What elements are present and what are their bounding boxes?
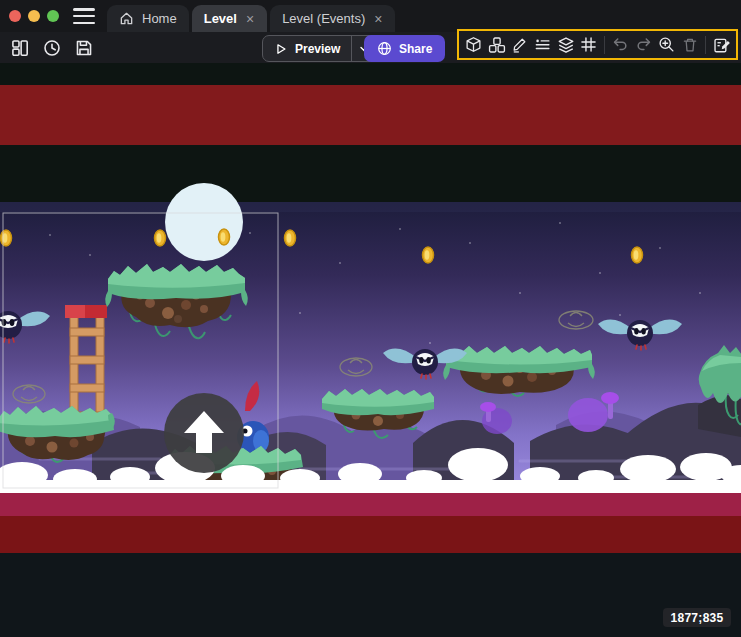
grid-icon bbox=[580, 36, 597, 53]
purple-dome[interactable] bbox=[568, 398, 608, 432]
globe-icon bbox=[377, 41, 392, 56]
undo-button[interactable] bbox=[610, 34, 631, 56]
play-icon bbox=[274, 42, 288, 56]
hamburger-menu-icon[interactable] bbox=[73, 8, 95, 24]
pencil-icon bbox=[511, 36, 528, 53]
redo-button[interactable] bbox=[633, 34, 654, 56]
share-label: Share bbox=[399, 42, 432, 56]
coin bbox=[632, 247, 643, 263]
red-band-bottom[interactable] bbox=[0, 516, 741, 553]
save-floppy-icon bbox=[75, 39, 93, 57]
dark-band-2[interactable] bbox=[0, 145, 741, 202]
preview-button[interactable]: Preview bbox=[263, 36, 351, 61]
edit-button[interactable] bbox=[509, 34, 530, 56]
instances-list-button[interactable] bbox=[532, 34, 553, 56]
home-icon bbox=[119, 11, 134, 26]
instances-list-icon bbox=[534, 36, 551, 53]
history-clock-icon bbox=[43, 39, 61, 57]
tab-label: Level bbox=[204, 11, 237, 26]
scene-svg bbox=[0, 63, 741, 553]
app-window: { "window": { "controls": {"close": "clo… bbox=[0, 0, 741, 637]
tab-level[interactable]: Level × bbox=[192, 5, 267, 32]
object-groups-icon bbox=[488, 36, 506, 54]
maximize-window-button[interactable] bbox=[47, 10, 59, 22]
tab-level-events[interactable]: Level (Events) × bbox=[270, 5, 395, 32]
coin bbox=[285, 230, 296, 246]
close-tab-icon[interactable]: × bbox=[373, 12, 383, 26]
coin bbox=[219, 229, 230, 245]
close-window-button[interactable] bbox=[9, 10, 21, 22]
title-bar: Home Level × Level (Events) × bbox=[0, 0, 741, 32]
coin bbox=[155, 230, 166, 246]
redo-icon bbox=[635, 36, 652, 53]
scene-properties-button[interactable] bbox=[711, 34, 732, 56]
share-button[interactable]: Share bbox=[364, 35, 445, 62]
moon[interactable] bbox=[165, 183, 243, 261]
red-band-top[interactable] bbox=[0, 85, 741, 145]
coin bbox=[1, 230, 12, 246]
coin bbox=[423, 247, 434, 263]
jump-button-overlay[interactable] bbox=[164, 393, 244, 473]
dark-band-top[interactable] bbox=[0, 63, 741, 85]
toolbar-divider bbox=[705, 36, 706, 54]
toolbar-left-group bbox=[8, 32, 96, 63]
tab-home[interactable]: Home bbox=[107, 5, 189, 32]
3d-object-button[interactable] bbox=[463, 34, 484, 56]
sky-texture-strip bbox=[0, 202, 741, 212]
bottom-bar: 1877;835 bbox=[0, 553, 741, 637]
layers-icon bbox=[557, 36, 575, 54]
crimson-band[interactable] bbox=[0, 492, 741, 516]
grid-button[interactable] bbox=[578, 34, 599, 56]
scene-tools-highlight-box bbox=[457, 29, 738, 60]
zoom-in-button[interactable] bbox=[656, 34, 677, 56]
layers-button[interactable] bbox=[555, 34, 576, 56]
edit-properties-icon bbox=[713, 36, 731, 54]
save-button[interactable] bbox=[72, 36, 96, 60]
window-controls bbox=[9, 10, 59, 22]
scene-editor-canvas[interactable] bbox=[0, 63, 741, 553]
project-manager-icon bbox=[11, 39, 29, 57]
tab-bar: Home Level × Level (Events) × bbox=[107, 0, 395, 32]
close-tab-icon[interactable]: × bbox=[245, 12, 255, 26]
3d-box-icon bbox=[465, 36, 482, 53]
zoom-in-icon bbox=[658, 36, 675, 53]
delete-button[interactable] bbox=[679, 34, 700, 56]
object-groups-button[interactable] bbox=[486, 34, 507, 56]
tab-label: Home bbox=[142, 11, 177, 26]
preview-split-button: Preview bbox=[262, 35, 377, 62]
preview-label: Preview bbox=[295, 42, 340, 56]
tab-label: Level (Events) bbox=[282, 11, 365, 26]
toolbar-divider bbox=[604, 36, 605, 54]
project-manager-button[interactable] bbox=[8, 36, 32, 60]
trash-icon bbox=[682, 37, 698, 53]
history-button[interactable] bbox=[40, 36, 64, 60]
undo-icon bbox=[612, 36, 629, 53]
minimize-window-button[interactable] bbox=[28, 10, 40, 22]
cursor-coordinates-badge: 1877;835 bbox=[663, 608, 731, 627]
